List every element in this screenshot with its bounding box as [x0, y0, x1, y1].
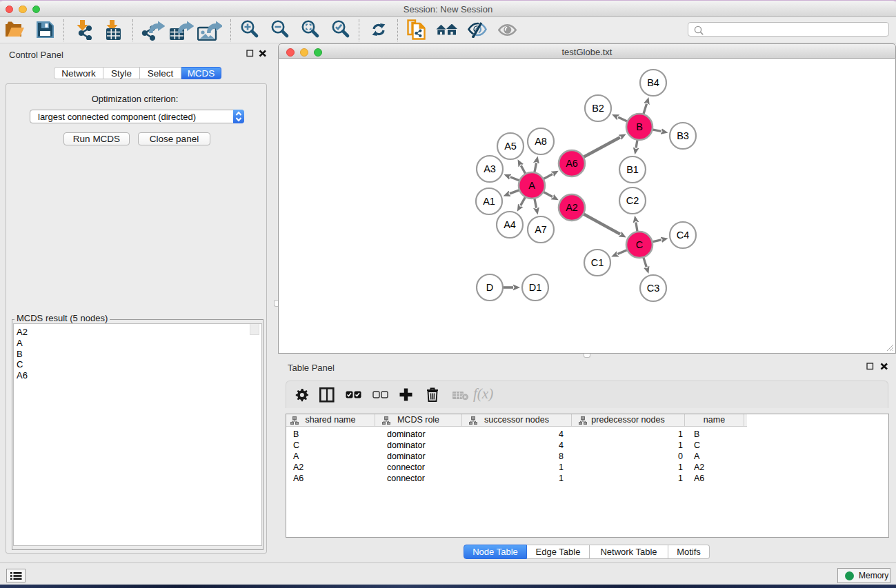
svg-text:A6: A6 — [566, 158, 578, 169]
svg-text:C1: C1 — [591, 257, 604, 268]
svg-text:D: D — [486, 282, 493, 293]
svg-text:C2: C2 — [626, 195, 639, 206]
svg-text:A3: A3 — [484, 163, 496, 174]
svg-text:B2: B2 — [592, 103, 604, 114]
svg-text:B1: B1 — [626, 164, 639, 175]
svg-text:A7: A7 — [535, 224, 547, 235]
svg-text:B: B — [636, 121, 643, 132]
svg-text:A5: A5 — [504, 141, 517, 152]
svg-text:C: C — [636, 239, 643, 250]
svg-text:C3: C3 — [647, 283, 660, 294]
svg-text:A: A — [528, 180, 535, 191]
svg-text:A8: A8 — [535, 136, 547, 147]
svg-text:A2: A2 — [566, 202, 578, 213]
svg-text:C4: C4 — [677, 230, 690, 241]
svg-text:B3: B3 — [677, 130, 689, 141]
svg-text:A1: A1 — [483, 196, 495, 207]
svg-text:B4: B4 — [647, 77, 659, 88]
svg-text:A4: A4 — [504, 219, 516, 230]
svg-text:D1: D1 — [529, 282, 542, 293]
